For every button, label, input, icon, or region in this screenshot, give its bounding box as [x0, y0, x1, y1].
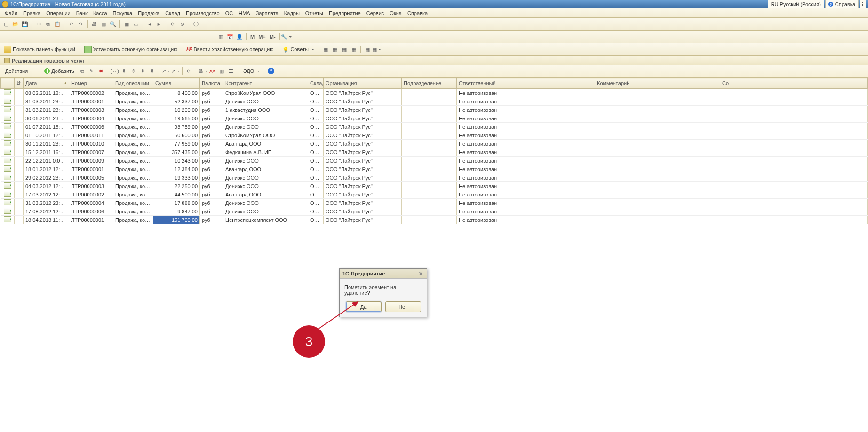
copy-icon[interactable]: ⧉ [44, 20, 52, 28]
forward-icon[interactable]: ► [155, 20, 163, 28]
cut-icon[interactable]: ✂ [34, 20, 43, 28]
dialog-yes-button[interactable]: Да [346, 301, 382, 312]
goto2-icon[interactable]: ↗ [171, 67, 180, 75]
undo-icon[interactable]: ↶ [67, 20, 75, 28]
table-row[interactable]: 17.08.2012 12:00:01ЛТР00000006Продажа, к… [1, 207, 868, 216]
dk-icon[interactable]: Дк [208, 67, 216, 75]
grid3-icon[interactable]: ▦ [340, 45, 349, 54]
menu-правка[interactable]: Правка [20, 9, 43, 17]
filter2-icon[interactable]: ⚱ [129, 67, 138, 75]
language-selector[interactable]: RU Русский (Россия) [768, 0, 824, 8]
help2-icon[interactable]: ? [268, 68, 274, 74]
paste-icon[interactable]: 📋 [53, 20, 62, 28]
delete-row-icon[interactable]: ✖ [97, 67, 105, 75]
tips-button[interactable]: 💡Советы [280, 46, 316, 54]
filter-icon[interactable]: ⚱ [120, 67, 128, 75]
col-iconstate[interactable]: ⇵ [15, 78, 24, 89]
col-org[interactable]: Организация [324, 78, 402, 89]
grid6-icon[interactable]: ▦ [373, 45, 381, 54]
menu-нма[interactable]: НМА [236, 9, 253, 17]
list2-icon[interactable]: ▥ [217, 67, 226, 75]
dialog-close-icon[interactable]: ✕ [417, 270, 424, 277]
info-icon[interactable]: ⓘ [191, 20, 200, 28]
enter-op-button[interactable]: ДкВвести хозяйственную операцию [184, 45, 275, 54]
save-icon[interactable]: 💾 [21, 20, 29, 28]
table-row[interactable]: 31.03.2011 23:59:59ЛТР00000003Продажа, к… [1, 106, 868, 114]
dialog-titlebar[interactable]: 1С:Предприятие ✕ [340, 269, 427, 279]
menu-файл[interactable]: Файл [2, 9, 20, 17]
refresh2-icon[interactable]: ⟳ [185, 67, 193, 75]
grid2-icon[interactable]: ▦ [331, 45, 339, 54]
new-icon[interactable]: ▢ [2, 20, 10, 28]
document-grid[interactable]: ⇵ Дата▴ Номер Вид операции Сумма Валюта … [0, 78, 868, 224]
table-row[interactable]: 31.03.2011 23:59:59ЛТР00000001Продажа, к… [1, 97, 868, 106]
table-row[interactable]: 18.04.2013 11:24:40ЛТР00000001Продажа, к… [1, 216, 868, 224]
overflow-button[interactable] [860, 0, 866, 8]
menu-банк[interactable]: Банк [73, 9, 90, 17]
card-icon[interactable]: ▭ [132, 20, 140, 28]
calendar-icon[interactable]: 📅 [226, 32, 234, 41]
print2-icon[interactable]: 🖶 [199, 67, 207, 75]
filter3-icon[interactable]: ⚱ [139, 67, 147, 75]
menu-продажа[interactable]: Продажа [135, 9, 162, 17]
col-kontr[interactable]: Контрагент [223, 78, 308, 89]
table-row[interactable]: 22.12.2011 0:00:01ЛТР00000009Продажа, ко… [1, 157, 868, 165]
table-row[interactable]: 29.02.2012 23:59:59ЛТР00000005Продажа, к… [1, 173, 868, 182]
add-button[interactable]: Добавить [41, 67, 77, 75]
stop-icon[interactable]: ⊘ [178, 20, 186, 28]
table-row[interactable]: 18.01.2012 12:00:02ЛТР00000001Продажа, к… [1, 165, 868, 173]
table-row[interactable]: 08.02.2011 12:43:21ЛТР00000002Продажа, к… [1, 89, 868, 97]
open-icon[interactable]: 📂 [11, 20, 20, 28]
list3-icon[interactable]: ☰ [227, 67, 235, 75]
menu-зарплата[interactable]: Зарплата [253, 9, 281, 17]
form-icon[interactable]: ▤ [99, 20, 108, 28]
menu-справка[interactable]: Справка [405, 9, 430, 17]
print-icon[interactable]: 🖶 [90, 20, 98, 28]
table-row[interactable]: 01.10.2011 12:00:00ЛТР00000011Продажа, к… [1, 131, 868, 140]
col-podr[interactable]: Подразделение [402, 78, 457, 89]
menu-операции[interactable]: Операции [43, 9, 73, 17]
table-row[interactable]: 17.03.2012 12:00:00ЛТР00000002Продажа, к… [1, 190, 868, 199]
list-icon[interactable]: ▦ [122, 20, 131, 28]
refresh-icon[interactable]: ⟳ [168, 20, 177, 28]
user-icon[interactable]: 👤 [235, 32, 244, 41]
dialog-no-button[interactable]: Нет [385, 301, 421, 312]
col-number[interactable]: Номер [69, 78, 113, 89]
actions-button[interactable]: Действия [2, 67, 36, 75]
copy-row-icon[interactable]: ⧉ [78, 67, 87, 75]
grid5-icon[interactable]: ▦ [363, 45, 372, 54]
tools-dropdown-icon[interactable]: 🔧 [282, 32, 291, 41]
search-icon[interactable]: 🔍 [109, 20, 117, 28]
menu-сервис[interactable]: Сервис [364, 9, 387, 17]
m-button[interactable]: M [249, 34, 256, 39]
menu-кадры[interactable]: Кадры [281, 9, 303, 17]
table-row[interactable]: 30.11.2011 23:59:59ЛТР00000010Продажа, к… [1, 140, 868, 148]
menu-отчеты[interactable]: Отчеты [303, 9, 326, 17]
col-op[interactable]: Вид операции [113, 78, 153, 89]
goto-icon[interactable]: ↗ [162, 67, 170, 75]
m-plus-button[interactable]: M+ [257, 34, 267, 39]
show-panel-button[interactable]: Показать панель функций [2, 45, 77, 54]
col-comm[interactable]: Комментарий [595, 78, 720, 89]
col-sklad[interactable]: Склад [308, 78, 324, 89]
col-last[interactable]: Со [720, 78, 868, 89]
table-row[interactable]: 30.06.2011 23:59:59ЛТР00000004Продажа, к… [1, 114, 868, 123]
grid4-icon[interactable]: ▦ [350, 45, 358, 54]
menu-производство[interactable]: Производство [183, 9, 223, 17]
menu-предприятие[interactable]: Предприятие [326, 9, 364, 17]
col-resp[interactable]: Ответственный [457, 78, 595, 89]
edo-button[interactable]: ЭДО [240, 67, 263, 75]
edit-row-icon[interactable]: ✎ [88, 67, 96, 75]
m-minus-button[interactable]: M- [268, 34, 277, 39]
menu-склад[interactable]: Склад [162, 9, 183, 17]
col-iconcheck[interactable] [1, 78, 15, 89]
menu-ос[interactable]: ОС [223, 9, 236, 17]
menu-покупка[interactable]: Покупка [110, 9, 135, 17]
col-sum[interactable]: Сумма [153, 78, 200, 89]
set-org-button[interactable]: Установить основную организацию [82, 45, 180, 54]
table-row[interactable]: 31.03.2012 23:59:59ЛТР00000004Продажа, к… [1, 199, 868, 207]
journal-icon[interactable]: ▥ [216, 32, 225, 41]
col-cur[interactable]: Валюта [200, 78, 223, 89]
redo-icon[interactable]: ↷ [76, 20, 85, 28]
grid1-icon[interactable]: ▦ [321, 45, 330, 54]
